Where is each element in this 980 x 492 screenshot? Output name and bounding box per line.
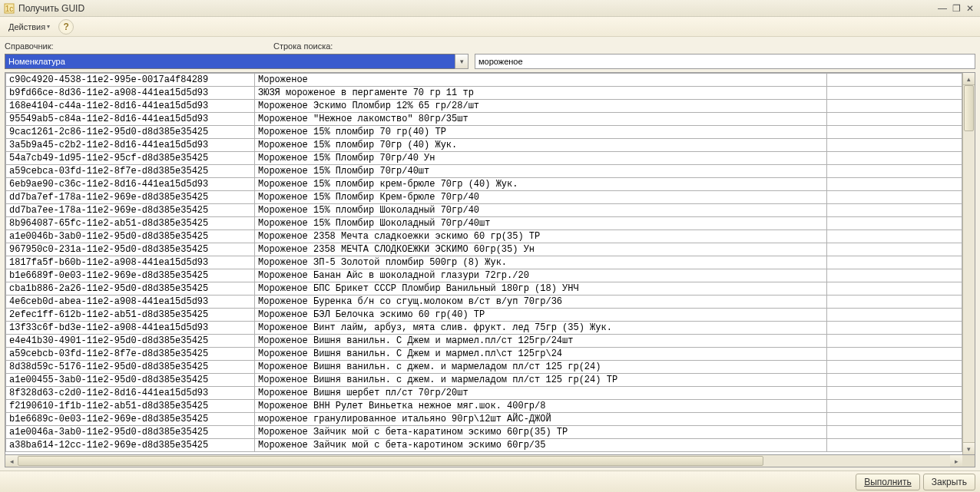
table-row[interactable]: 6eb9ae90-c36c-11e2-8d16-441ea15d5d93Моро…: [6, 178, 962, 191]
table-row[interactable]: dd7ba7ee-178a-11e2-969e-d8d385e35425Моро…: [6, 204, 962, 217]
vertical-scrollbar[interactable]: ▴ ▾: [962, 73, 975, 454]
blank-cell: [827, 165, 962, 178]
blank-cell: [827, 400, 962, 413]
content-area: Справочник: Строка поиска: ▾ c90c4920-45…: [0, 37, 980, 471]
table-row[interactable]: 967950c0-231a-11e2-95d0-d8d385e35425Моро…: [6, 243, 962, 256]
guid-cell: 95549ab5-c84a-11e2-8d16-441ea15d5d93: [6, 113, 255, 126]
guid-cell: f2190610-1f1b-11e2-ab51-d8d385e35425: [6, 400, 255, 413]
minimize-button[interactable]: —: [935, 3, 949, 14]
search-input[interactable]: [475, 54, 975, 69]
guid-cell: b1e6689c-0e03-11e2-969e-d8d385e35425: [6, 413, 255, 426]
scroll-thumb[interactable]: [964, 85, 974, 131]
blank-cell: [827, 139, 962, 152]
guid-cell: a38ba614-12cc-11e2-969e-d8d385e35425: [6, 439, 255, 452]
name-cell: Мороженое Вишня шербет пл/ст 70гр/20шт: [255, 387, 827, 400]
guid-cell: 54a7cb49-1d95-11e2-95cf-d8d385e35425: [6, 152, 255, 165]
close-button[interactable]: ✕: [963, 3, 977, 14]
table-row[interactable]: 8d38d59c-5176-11e2-95d0-d8d385e35425Моро…: [6, 361, 962, 374]
table-row[interactable]: b1e6689f-0e03-11e2-969e-d8d385e35425Моро…: [6, 269, 962, 282]
scroll-track[interactable]: [963, 85, 975, 442]
table-row[interactable]: 13f33c6f-bd3e-11e2-a908-441ea15d5d93Моро…: [6, 322, 962, 335]
close-form-button[interactable]: Закрыть: [923, 474, 975, 490]
horizontal-scrollbar[interactable]: ◂ ▸: [5, 455, 975, 467]
labels-row: Справочник: Строка поиска:: [5, 40, 975, 52]
scroll-track-h[interactable]: [18, 455, 950, 467]
table-row[interactable]: 95549ab5-c84a-11e2-8d16-441ea15d5d93Моро…: [6, 113, 962, 126]
table-row[interactable]: a1e0046a-3ab0-11e2-95d0-d8d385e35425Моро…: [6, 426, 962, 439]
blank-cell: [827, 178, 962, 191]
blank-cell: [827, 230, 962, 243]
name-cell: Мороженое 15% Пломбир 70гр/40 Ун: [255, 152, 827, 165]
guid-cell: 8d38d59c-5176-11e2-95d0-d8d385e35425: [6, 361, 255, 374]
name-cell: Мороженое 15% пломбир крем-брюле 70гр (4…: [255, 178, 827, 191]
scroll-thumb-h[interactable]: [18, 456, 763, 466]
name-cell: Мороженое 15% пломбир 70гр (40) Жук.: [255, 139, 827, 152]
table-row[interactable]: b9fd66ce-8d36-11e2-a908-441ea15d5d93 ЗЮЗ…: [6, 87, 962, 100]
reference-combo[interactable]: ▾: [5, 54, 468, 69]
blank-cell: [827, 426, 962, 439]
name-cell: Мороженое Вишня ванильн. С Джем и мармел…: [255, 348, 827, 361]
name-cell: Мороженое Зайчик мой с бета-каротином эс…: [255, 439, 827, 452]
reference-label: Справочник:: [5, 41, 273, 51]
blank-cell: [827, 348, 962, 361]
scroll-right-button[interactable]: ▸: [950, 455, 962, 467]
guid-cell: 4e6ceb0d-abea-11e2-a908-441ea15d5d93: [6, 296, 255, 309]
table-row[interactable]: 9cac1261-2c86-11e2-95d0-d8d385e35425Моро…: [6, 126, 962, 139]
table-row[interactable]: 8b964087-65fc-11e2-ab51-d8d385e35425Моро…: [6, 217, 962, 230]
table-row[interactable]: 4e6ceb0d-abea-11e2-a908-441ea15d5d93Моро…: [6, 296, 962, 309]
guid-cell: 9cac1261-2c86-11e2-95d0-d8d385e35425: [6, 126, 255, 139]
guid-cell: 8b964087-65fc-11e2-ab51-d8d385e35425: [6, 217, 255, 230]
blank-cell: [827, 217, 962, 230]
reference-input[interactable]: [5, 54, 455, 69]
execute-button[interactable]: Выполнить: [856, 474, 920, 490]
name-cell: Мороженое 15% пломбир Шоколадный 70гр/40: [255, 204, 827, 217]
guid-cell: 6eb9ae90-c36c-11e2-8d16-441ea15d5d93: [6, 178, 255, 191]
guid-cell: 967950c0-231a-11e2-95d0-d8d385e35425: [6, 243, 255, 256]
maximize-button[interactable]: ❐: [949, 3, 963, 14]
name-cell: Мороженое Винт лайм, арбуз, мята слив. ф…: [255, 322, 827, 335]
table-row[interactable]: b1e6689c-0e03-11e2-969e-d8d385e35425моро…: [6, 413, 962, 426]
guid-cell: b1e6689f-0e03-11e2-969e-d8d385e35425: [6, 269, 255, 282]
grid-table: c90c4920-4538-11e2-995e-0017a4f84289Моро…: [5, 73, 962, 452]
table-row[interactable]: e4e41b30-4901-11e2-95d0-d8d385e35425Моро…: [6, 335, 962, 348]
table-row[interactable]: a1e0046b-3ab0-11e2-95d0-d8d385e35425Моро…: [6, 230, 962, 243]
table-row[interactable]: c90c4920-4538-11e2-995e-0017a4f84289Моро…: [6, 74, 962, 87]
actions-menu-button[interactable]: Действия ▾: [5, 20, 54, 34]
app-icon: 1c: [3, 2, 15, 15]
scroll-corner: [962, 455, 975, 467]
blank-cell: [827, 204, 962, 217]
table-row[interactable]: 3a5b9a45-c2b2-11e2-8d16-441ea15d5d93Моро…: [6, 139, 962, 152]
table-row[interactable]: a59cebcb-03fd-11e2-8f7e-d8d385e35425Моро…: [6, 348, 962, 361]
table-row[interactable]: a1e00455-3ab0-11e2-95d0-d8d385e35425Моро…: [6, 374, 962, 387]
data-grid[interactable]: c90c4920-4538-11e2-995e-0017a4f84289Моро…: [5, 72, 975, 455]
guid-cell: a1e00455-3ab0-11e2-95d0-d8d385e35425: [6, 374, 255, 387]
window-title: Получить GUID: [18, 3, 84, 14]
scroll-up-button[interactable]: ▴: [963, 73, 975, 85]
table-row[interactable]: 168e4104-c44a-11e2-8d16-441ea15d5d93Моро…: [6, 100, 962, 113]
name-cell: Мороженое 15% Пломбир 70гр/40шт: [255, 165, 827, 178]
help-button[interactable]: ?: [58, 19, 74, 35]
blank-cell: [827, 113, 962, 126]
scroll-down-button[interactable]: ▾: [963, 442, 975, 454]
table-row[interactable]: 8f328d63-c2d0-11e2-8d16-441ea15d5d93Моро…: [6, 387, 962, 400]
table-row[interactable]: f2190610-1f1b-11e2-ab51-d8d385e35425Моро…: [6, 400, 962, 413]
table-row[interactable]: dd7ba7ef-178a-11e2-969e-d8d385e35425Моро…: [6, 191, 962, 204]
actions-label: Действия: [8, 22, 45, 31]
guid-cell: dd7ba7ee-178a-11e2-969e-d8d385e35425: [6, 204, 255, 217]
table-row[interactable]: cba1b886-2a26-11e2-95d0-d8d385e35425Моро…: [6, 282, 962, 296]
blank-cell: [827, 335, 962, 348]
table-row[interactable]: 2efec1ff-612b-11e2-ab51-d8d385e35425Моро…: [6, 309, 962, 322]
name-cell: Мороженое ЗП-5 Золотой пломбир 500гр (8)…: [255, 256, 827, 269]
scroll-left-button[interactable]: ◂: [5, 455, 18, 467]
table-row[interactable]: 1817fa5f-b60b-11e2-a908-441ea15d5d93Моро…: [6, 256, 962, 269]
table-row[interactable]: a38ba614-12cc-11e2-969e-d8d385e35425Моро…: [6, 439, 962, 452]
name-cell: Мороженое Эскимо Пломбир 12% 65 гр/28/шт: [255, 100, 827, 113]
name-cell: Мороженое: [255, 74, 827, 87]
blank-cell: [827, 269, 962, 282]
table-row[interactable]: a59cebca-03fd-11e2-8f7e-d8d385e35425Моро…: [6, 165, 962, 178]
name-cell: Мороженое БЭЛ Белочка эскимо 60 гр(40) Т…: [255, 309, 827, 322]
table-row[interactable]: 54a7cb49-1d95-11e2-95cf-d8d385e35425Моро…: [6, 152, 962, 165]
guid-cell: a1e0046b-3ab0-11e2-95d0-d8d385e35425: [6, 230, 255, 243]
guid-cell: 3a5b9a45-c2b2-11e2-8d16-441ea15d5d93: [6, 139, 255, 152]
reference-dropdown-button[interactable]: ▾: [455, 54, 468, 69]
